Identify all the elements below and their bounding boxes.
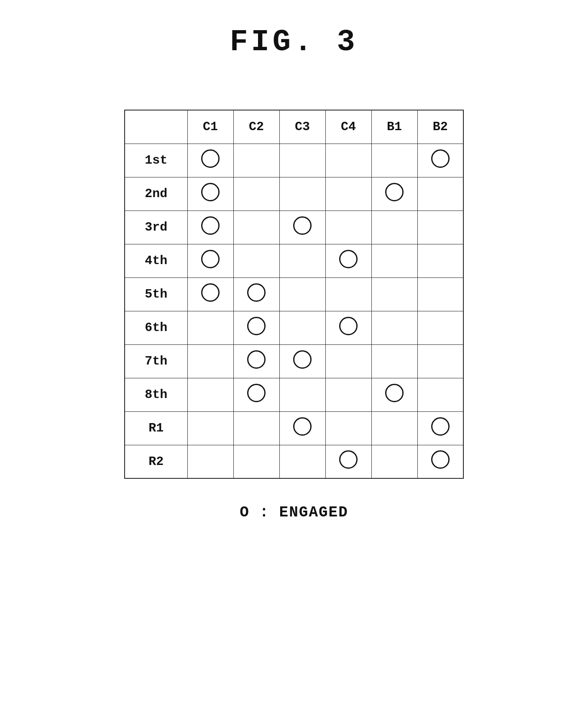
engaged-circle: [247, 384, 266, 402]
cell-6th-C3: [279, 311, 325, 344]
cell-1st-B1: [371, 144, 417, 177]
engaged-circle: [339, 450, 358, 469]
cell-5th-C4: [325, 277, 371, 311]
cell-2nd-C3: [279, 177, 325, 211]
row-label-6th: 6th: [125, 311, 187, 344]
row-label-3rd: 3rd: [125, 211, 187, 244]
table-header-row: C1C2C3C4B1B2: [125, 110, 463, 144]
engaged-circle: [247, 283, 266, 302]
cell-7th-C4: [325, 344, 371, 378]
header-empty: [125, 110, 187, 144]
cell-R2-C2: [233, 445, 279, 478]
cell-4th-C3: [279, 244, 325, 277]
legend: O : ENGAGED: [240, 504, 348, 521]
engaged-circle: [431, 149, 450, 168]
cell-8th-C4: [325, 378, 371, 411]
cell-4th-C2: [233, 244, 279, 277]
engagement-table: C1C2C3C4B1B2 1st2nd3rd4th5th6th7th8thR1R…: [124, 110, 464, 479]
table-row: R1: [125, 411, 463, 445]
table-row: 6th: [125, 311, 463, 344]
row-label-8th: 8th: [125, 378, 187, 411]
cell-R1-C2: [233, 411, 279, 445]
cell-6th-C4: [325, 311, 371, 344]
cell-7th-C1: [187, 344, 233, 378]
cell-6th-C2: [233, 311, 279, 344]
row-label-1st: 1st: [125, 144, 187, 177]
row-label-R1: R1: [125, 411, 187, 445]
cell-6th-C1: [187, 311, 233, 344]
engaged-circle: [247, 317, 266, 335]
cell-3rd-C3: [279, 211, 325, 244]
engaged-circle: [431, 417, 450, 436]
cell-7th-C3: [279, 344, 325, 378]
cell-3rd-B1: [371, 211, 417, 244]
table-row: 5th: [125, 277, 463, 311]
engaged-circle: [201, 216, 220, 235]
cell-7th-C2: [233, 344, 279, 378]
cell-1st-C3: [279, 144, 325, 177]
header-C1: C1: [187, 110, 233, 144]
cell-3rd-C2: [233, 211, 279, 244]
engaged-circle: [293, 216, 312, 235]
cell-8th-B1: [371, 378, 417, 411]
engaged-circle: [201, 149, 220, 168]
cell-2nd-C1: [187, 177, 233, 211]
cell-8th-C2: [233, 378, 279, 411]
cell-3rd-B2: [417, 211, 463, 244]
row-label-7th: 7th: [125, 344, 187, 378]
table-container: C1C2C3C4B1B2 1st2nd3rd4th5th6th7th8thR1R…: [124, 110, 464, 479]
engaged-circle: [247, 350, 266, 369]
cell-4th-B1: [371, 244, 417, 277]
cell-R2-C4: [325, 445, 371, 478]
cell-5th-B1: [371, 277, 417, 311]
cell-R1-C1: [187, 411, 233, 445]
cell-R2-C1: [187, 445, 233, 478]
table-row: R2: [125, 445, 463, 478]
engaged-circle: [293, 350, 312, 369]
cell-5th-C3: [279, 277, 325, 311]
cell-R1-C4: [325, 411, 371, 445]
table-row: 3rd: [125, 211, 463, 244]
cell-3rd-C4: [325, 211, 371, 244]
row-label-5th: 5th: [125, 277, 187, 311]
cell-2nd-B2: [417, 177, 463, 211]
cell-8th-C1: [187, 378, 233, 411]
cell-1st-C1: [187, 144, 233, 177]
cell-8th-B2: [417, 378, 463, 411]
engaged-circle: [339, 250, 358, 268]
engaged-circle: [431, 450, 450, 469]
cell-R1-C3: [279, 411, 325, 445]
cell-2nd-C4: [325, 177, 371, 211]
cell-7th-B2: [417, 344, 463, 378]
engaged-circle: [201, 250, 220, 268]
table-row: 4th: [125, 244, 463, 277]
cell-6th-B2: [417, 311, 463, 344]
engaged-circle: [293, 417, 312, 436]
cell-1st-B2: [417, 144, 463, 177]
row-label-R2: R2: [125, 445, 187, 478]
header-C2: C2: [233, 110, 279, 144]
cell-5th-B2: [417, 277, 463, 311]
header-C3: C3: [279, 110, 325, 144]
row-label-2nd: 2nd: [125, 177, 187, 211]
table-row: 1st: [125, 144, 463, 177]
header-B2: B2: [417, 110, 463, 144]
table-row: 2nd: [125, 177, 463, 211]
cell-7th-B1: [371, 344, 417, 378]
page-title: FIG. 3: [230, 25, 358, 59]
cell-4th-C4: [325, 244, 371, 277]
cell-5th-C1: [187, 277, 233, 311]
cell-1st-C2: [233, 144, 279, 177]
cell-R1-B2: [417, 411, 463, 445]
engaged-circle: [385, 384, 404, 402]
engaged-circle: [339, 317, 358, 335]
cell-2nd-B1: [371, 177, 417, 211]
engaged-circle: [201, 183, 220, 201]
cell-2nd-C2: [233, 177, 279, 211]
header-C4: C4: [325, 110, 371, 144]
cell-R2-B1: [371, 445, 417, 478]
cell-5th-C2: [233, 277, 279, 311]
cell-R1-B1: [371, 411, 417, 445]
cell-4th-C1: [187, 244, 233, 277]
engaged-circle: [385, 183, 404, 201]
